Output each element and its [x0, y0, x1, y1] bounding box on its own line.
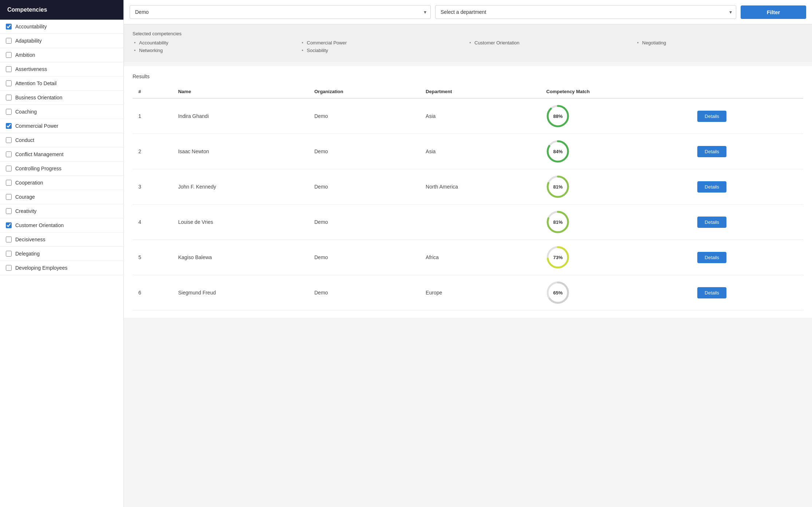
cell-action: Details	[691, 98, 803, 134]
checkbox-customer-orientation[interactable]	[6, 222, 12, 228]
table-row: 3John F. KennedyDemoNorth America 81% De…	[133, 169, 803, 205]
sidebar-item-conduct[interactable]: Conduct	[0, 133, 123, 147]
label-decisiveness: Decisiveness	[15, 237, 45, 242]
sidebar-item-attention-to-detail[interactable]: Attention To Detail	[0, 76, 123, 91]
progress-circle: 81%	[546, 175, 569, 198]
table-head: #NameOrganizationDepartmentCompetency Ma…	[133, 85, 803, 98]
org-select-wrapper: Demo	[130, 5, 431, 19]
circle-label: 88%	[553, 114, 563, 119]
checkbox-attention-to-detail[interactable]	[6, 80, 12, 86]
details-button-3[interactable]: Details	[697, 181, 726, 193]
cell-org: Demo	[308, 205, 420, 240]
competency-item: Networking	[133, 48, 300, 53]
cell-match: 65%	[540, 275, 691, 310]
checkbox-creativity[interactable]	[6, 208, 12, 214]
sidebar-list: AccountabilityAdaptabilityAmbitionAssert…	[0, 20, 123, 507]
label-courage: Courage	[15, 194, 35, 200]
table-row: 4Louise de VriesDemo 81% Details	[133, 205, 803, 240]
cell-name: Isaac Newton	[172, 134, 308, 169]
sidebar-item-decisiveness[interactable]: Decisiveness	[0, 233, 123, 247]
competency-columns: AccountabilityNetworkingCommercial Power…	[133, 40, 803, 55]
progress-circle: 73%	[546, 246, 569, 269]
sidebar-item-commercial-power[interactable]: Commercial Power	[0, 119, 123, 133]
sidebar-item-adaptability[interactable]: Adaptability	[0, 34, 123, 48]
competency-item: Accountability	[133, 40, 300, 45]
checkbox-adaptability[interactable]	[6, 38, 12, 44]
checkbox-delegating[interactable]	[6, 251, 12, 257]
cell-action: Details	[691, 240, 803, 275]
table-row: 1Indira GhandiDemoAsia 88% Details	[133, 98, 803, 134]
checkbox-decisiveness[interactable]	[6, 237, 12, 242]
checkbox-developing-employees[interactable]	[6, 265, 12, 271]
details-button-4[interactable]: Details	[697, 217, 726, 228]
circle-label: 73%	[553, 255, 563, 260]
checkbox-coaching[interactable]	[6, 109, 12, 115]
details-button-2[interactable]: Details	[697, 146, 726, 157]
sidebar-item-coaching[interactable]: Coaching	[0, 105, 123, 119]
top-bar: Demo Select a department Filter	[124, 0, 812, 24]
dept-select[interactable]: Select a department	[435, 5, 736, 19]
sidebar-item-assertiveness[interactable]: Assertiveness	[0, 62, 123, 76]
cell-match: 81%	[540, 169, 691, 205]
sidebar-item-accountability[interactable]: Accountability	[0, 20, 123, 34]
cell-dept: Asia	[420, 98, 540, 134]
cell-match: 73%	[540, 240, 691, 275]
cell-match: 81%	[540, 205, 691, 240]
checkbox-commercial-power[interactable]	[6, 123, 12, 129]
checkbox-conduct[interactable]	[6, 137, 12, 143]
competency-item: Sociability	[300, 48, 468, 53]
col-header-department: Department	[420, 85, 540, 98]
sidebar-item-business-orientation[interactable]: Business Orientation	[0, 91, 123, 105]
sidebar-item-customer-orientation[interactable]: Customer Orientation	[0, 218, 123, 233]
sidebar-item-ambition[interactable]: Ambition	[0, 48, 123, 62]
cell-name: John F. Kennedy	[172, 169, 308, 205]
checkbox-courage[interactable]	[6, 194, 12, 200]
checkbox-cooperation[interactable]	[6, 180, 12, 186]
filter-button[interactable]: Filter	[741, 5, 806, 19]
cell-action: Details	[691, 169, 803, 205]
checkbox-conflict-management[interactable]	[6, 151, 12, 157]
details-button-5[interactable]: Details	[697, 252, 726, 263]
label-conflict-management: Conflict Management	[15, 151, 63, 157]
cell-dept: Africa	[420, 240, 540, 275]
sidebar-item-courage[interactable]: Courage	[0, 190, 123, 204]
circle-label: 81%	[553, 219, 563, 225]
label-developing-employees: Developing Employees	[15, 265, 67, 271]
results-table: #NameOrganizationDepartmentCompetency Ma…	[133, 85, 803, 310]
cell-num: 4	[133, 205, 172, 240]
progress-circle: 84%	[546, 140, 569, 163]
col-header-organization: Organization	[308, 85, 420, 98]
cell-org: Demo	[308, 134, 420, 169]
sidebar-item-creativity[interactable]: Creativity	[0, 204, 123, 218]
table-body: 1Indira GhandiDemoAsia 88% Details2Isaac…	[133, 98, 803, 310]
cell-num: 3	[133, 169, 172, 205]
competency-col-3: Negotiating	[636, 40, 804, 55]
checkbox-business-orientation[interactable]	[6, 95, 12, 100]
dept-select-wrapper: Select a department	[435, 5, 736, 19]
cell-dept: Asia	[420, 134, 540, 169]
sidebar-item-developing-employees[interactable]: Developing Employees	[0, 261, 123, 275]
sidebar-item-controlling-progress[interactable]: Controlling Progress	[0, 162, 123, 176]
checkbox-assertiveness[interactable]	[6, 66, 12, 72]
details-button-6[interactable]: Details	[697, 287, 726, 298]
col-header-name: Name	[172, 85, 308, 98]
competency-col-2: Customer Orientation	[468, 40, 636, 55]
details-button-1[interactable]: Details	[697, 111, 726, 122]
sidebar-item-delegating[interactable]: Delegating	[0, 247, 123, 261]
cell-num: 5	[133, 240, 172, 275]
checkbox-ambition[interactable]	[6, 52, 12, 58]
competency-item: Commercial Power	[300, 40, 468, 45]
sidebar-item-conflict-management[interactable]: Conflict Management	[0, 147, 123, 162]
cell-name: Indira Ghandi	[172, 98, 308, 134]
sidebar-item-cooperation[interactable]: Cooperation	[0, 176, 123, 190]
checkbox-controlling-progress[interactable]	[6, 166, 12, 171]
cell-dept: Europe	[420, 275, 540, 310]
main-content: Demo Select a department Filter Selected…	[124, 0, 812, 507]
label-accountability: Accountability	[15, 24, 47, 29]
progress-circle: 88%	[546, 104, 569, 128]
sidebar: Competencies AccountabilityAdaptabilityA…	[0, 0, 124, 507]
checkbox-accountability[interactable]	[6, 24, 12, 29]
results-heading: Results	[133, 74, 803, 79]
org-select[interactable]: Demo	[130, 5, 431, 19]
results-section: Results #NameOrganizationDepartmentCompe…	[124, 66, 812, 318]
